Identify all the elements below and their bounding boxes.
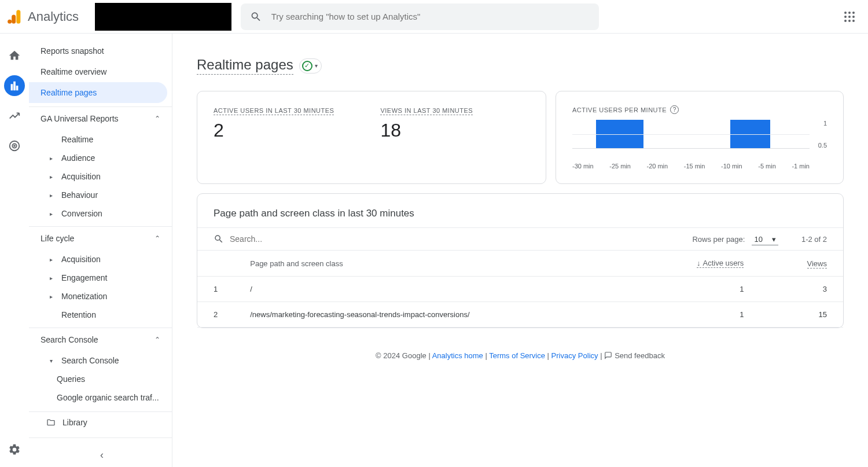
chart-bar bbox=[604, 120, 612, 148]
sidebar-sub-item[interactable]: ▸Conversion bbox=[29, 204, 172, 223]
svg-point-3 bbox=[844, 12, 847, 14]
rail-home-icon[interactable] bbox=[4, 45, 25, 66]
x-tick: -30 min bbox=[572, 163, 594, 170]
svg-point-8 bbox=[852, 16, 855, 18]
sidebar-sub-item[interactable]: ▸Acquisition bbox=[29, 250, 172, 269]
terms-link[interactable]: Terms of Service bbox=[489, 351, 545, 360]
chart-card: Active users per minute ? 1 0.5 -30 min-… bbox=[556, 91, 844, 184]
help-icon[interactable]: ? bbox=[670, 105, 679, 114]
sidebar-sub-item[interactable]: ▸Behaviour bbox=[29, 186, 172, 204]
sidebar-sub-item[interactable]: ▸Audience bbox=[29, 149, 172, 167]
send-feedback-link[interactable]: Send feedback bbox=[615, 351, 665, 360]
chart-y-axis: 1 0.5 bbox=[810, 120, 827, 149]
sidebar-item[interactable]: Realtime overview bbox=[29, 61, 167, 82]
svg-point-9 bbox=[844, 20, 847, 22]
analytics-home-link[interactable]: Analytics home bbox=[432, 351, 483, 360]
svg-rect-1 bbox=[12, 14, 16, 23]
x-tick: -5 min bbox=[758, 163, 776, 170]
account-selector-redacted[interactable] bbox=[95, 3, 231, 31]
rows-value: 10 bbox=[754, 235, 762, 244]
svg-rect-0 bbox=[16, 10, 20, 23]
table-search-input[interactable] bbox=[230, 234, 692, 244]
rail-explore-icon[interactable] bbox=[4, 105, 25, 126]
sidebar-sub-item[interactable]: ▸Acquisition bbox=[29, 167, 172, 186]
x-tick: -20 min bbox=[647, 163, 668, 170]
sidebar-section-header[interactable]: Life cycle⌃ bbox=[29, 226, 172, 250]
svg-point-14 bbox=[14, 145, 15, 146]
metric-label: Views in last 30 minutes bbox=[380, 107, 473, 115]
table-row[interactable]: 1/13 bbox=[197, 277, 843, 302]
col-active-users[interactable]: ↓ Active users bbox=[634, 251, 760, 277]
app-name: Analytics bbox=[28, 9, 79, 24]
svg-point-6 bbox=[844, 16, 847, 18]
x-tick: -25 min bbox=[609, 163, 631, 170]
svg-point-7 bbox=[848, 16, 851, 18]
chevron-down-icon: ▾ bbox=[772, 235, 776, 244]
privacy-link[interactable]: Privacy Policy bbox=[551, 351, 598, 360]
metric-value: 18 bbox=[380, 120, 473, 141]
chart-bar bbox=[730, 120, 738, 148]
sidebar-sub-item[interactable]: Google organic search traf... bbox=[29, 388, 168, 407]
sidebar-item[interactable]: Realtime pages bbox=[29, 82, 167, 103]
chart-bars bbox=[572, 120, 810, 149]
chart-bar bbox=[620, 120, 628, 148]
page-title: Realtime pages bbox=[197, 57, 293, 75]
svg-point-10 bbox=[848, 20, 851, 22]
left-rail bbox=[0, 34, 29, 467]
expand-arrow-icon: ▾ bbox=[50, 358, 56, 364]
table-row[interactable]: 2/news/marketing-forecasting-seasonal-tr… bbox=[197, 302, 843, 328]
x-tick: -1 min bbox=[792, 163, 810, 170]
pages-table: Page path and screen class ↓ Active user… bbox=[197, 251, 843, 328]
metrics-card: Active users in last 30 minutes 2 Views … bbox=[197, 91, 546, 184]
status-chip[interactable]: ✓ ▾ bbox=[299, 58, 322, 73]
expand-arrow-icon: ▸ bbox=[50, 211, 56, 217]
sidebar-library[interactable]: Library bbox=[29, 411, 172, 433]
metric-value: 2 bbox=[214, 120, 334, 141]
pagination-info: 1-2 of 2 bbox=[801, 235, 827, 244]
sidebar-sub-item[interactable]: ▾Search Console bbox=[29, 351, 172, 370]
sidebar-sub-item[interactable]: Retention bbox=[29, 306, 172, 324]
search-box[interactable] bbox=[241, 3, 599, 30]
logo[interactable]: Analytics bbox=[7, 9, 79, 25]
col-views[interactable]: Views bbox=[760, 251, 843, 277]
rows-per-page-select[interactable]: 10 ▾ bbox=[752, 233, 778, 245]
sidebar-item[interactable]: Reports snapshot bbox=[29, 41, 167, 61]
rail-advertising-icon[interactable] bbox=[4, 135, 25, 156]
svg-point-5 bbox=[852, 12, 855, 14]
sidebar: Reports snapshotRealtime overviewRealtim… bbox=[29, 34, 172, 467]
rail-settings-icon[interactable] bbox=[4, 439, 25, 460]
chart-x-axis: -30 min-25 min-20 min-15 min-10 min-5 mi… bbox=[572, 163, 827, 170]
chart-bar bbox=[738, 120, 746, 148]
sidebar-sub-item[interactable]: ▸Engagement bbox=[29, 269, 172, 287]
sidebar-sub-item[interactable]: Realtime bbox=[29, 130, 172, 149]
search-input[interactable] bbox=[271, 12, 590, 21]
table-title: Page path and screen class in last 30 mi… bbox=[197, 208, 843, 227]
chevron-up-icon: ⌃ bbox=[155, 234, 160, 242]
y-tick: 1 bbox=[823, 120, 827, 127]
chart-bar bbox=[762, 120, 770, 148]
apps-grid-icon[interactable] bbox=[843, 10, 856, 24]
chevron-up-icon: ⌃ bbox=[155, 336, 160, 344]
svg-point-4 bbox=[848, 12, 851, 14]
chart-bar bbox=[746, 120, 755, 148]
sidebar-section-header[interactable]: GA Universal Reports⌃ bbox=[29, 106, 172, 130]
chart-title: Active users per minute bbox=[572, 106, 667, 113]
chevron-down-icon: ▾ bbox=[315, 62, 318, 69]
rail-reports-icon[interactable] bbox=[4, 75, 25, 96]
sidebar-sub-item[interactable]: ▸Monetization bbox=[29, 287, 172, 306]
expand-arrow-icon: ▸ bbox=[50, 293, 56, 300]
chart-bar bbox=[612, 120, 620, 148]
search-icon bbox=[250, 10, 262, 23]
sidebar-section-header[interactable]: Search Console⌃ bbox=[29, 328, 172, 351]
col-path[interactable]: Page path and screen class bbox=[234, 251, 634, 277]
table-card: Page path and screen class in last 30 mi… bbox=[197, 193, 844, 328]
chevron-up-icon: ⌃ bbox=[155, 115, 160, 123]
chart-bar bbox=[754, 120, 762, 148]
expand-arrow-icon: ▸ bbox=[50, 155, 56, 161]
sidebar-sub-item[interactable]: Queries bbox=[29, 370, 168, 388]
main-content: Realtime pages ✓ ▾ Active users in last … bbox=[172, 34, 868, 467]
search-icon bbox=[214, 234, 224, 244]
chart-bar bbox=[628, 120, 636, 148]
svg-point-2 bbox=[8, 19, 12, 23]
sidebar-collapse-button[interactable]: ‹ bbox=[95, 444, 108, 466]
